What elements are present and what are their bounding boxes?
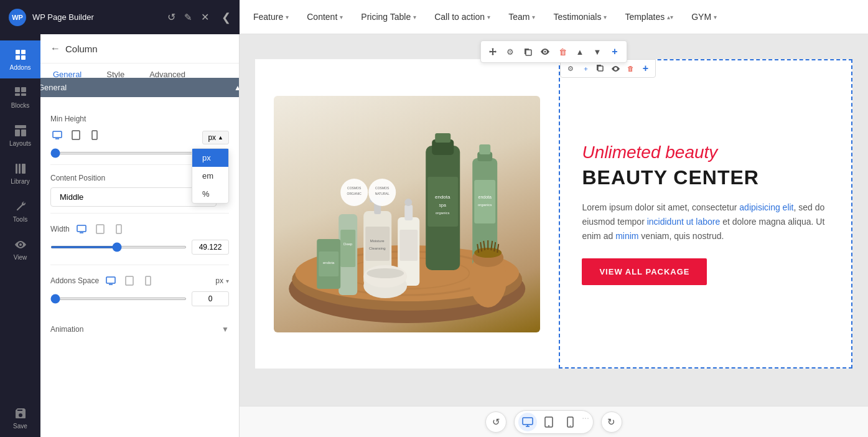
toolbar-delete-btn[interactable]: 🗑 [554,44,571,60]
pricing-chevron: ▾ [413,14,416,21]
toolbar-visibility-btn[interactable] [537,44,553,60]
svg-rect-6 [15,93,20,96]
toolbar-down-btn[interactable]: ▼ [589,44,605,60]
back-button[interactable]: ← [50,43,60,54]
svg-rect-5 [21,87,26,92]
cta-chevron: ▾ [487,14,490,21]
animation-section: Animation ▼ [40,316,239,342]
width-slider[interactable] [50,246,187,248]
ct-eye-btn[interactable] [609,62,622,75]
width-field: Width [40,214,239,265]
svg-text:Moisture: Moisture [370,239,385,243]
ct-copy-btn[interactable] [594,62,607,75]
edit-icon[interactable]: ✎ [184,12,192,23]
view-label: View [14,254,27,261]
sidebar-item-blocks[interactable]: Blocks [0,78,40,116]
svg-rect-3 [21,55,26,60]
ct-plus-btn[interactable]: + [638,62,652,75]
width-input[interactable]: 49.122 [192,240,229,255]
width-range-row: 49.122 [50,240,229,255]
nav-content[interactable]: Content ▾ [298,0,352,34]
toolbar-copy-btn[interactable] [520,44,536,60]
unit-popup: px em % [192,148,229,204]
device-desktop-mh[interactable] [50,128,64,142]
nav-gym[interactable]: GYM ▾ [683,0,726,34]
svg-rect-53 [365,227,390,261]
toolbar-settings-btn[interactable]: ⚙ [502,44,518,60]
animation-header[interactable]: Animation ▼ [50,325,229,334]
redo-button[interactable]: ↻ [601,411,622,433]
unit-button-mh[interactable]: px ▲ [202,131,229,144]
nav-feature[interactable]: Feature ▾ [245,0,298,34]
device-tablet-mh[interactable] [69,128,83,142]
col-image: endota spa organics endota organics [255,59,559,369]
ct-gear-btn[interactable]: ⚙ [564,62,577,75]
device-mobile-btn[interactable] [561,413,579,431]
addons-space-unit-toggle[interactable]: ▾ [226,278,229,284]
save-icon [14,406,27,420]
svg-rect-15 [53,131,62,138]
nav-testimonials[interactable]: Testimonials ▾ [544,0,616,34]
unit-dropdown-mh[interactable]: px ▲ px em % [202,131,229,144]
body-link-1[interactable]: adipisicing elit [739,202,793,212]
addons-space-input[interactable]: 0 [192,291,229,306]
canvas: endota spa organics endota organics [240,34,868,406]
sidebar-item-view[interactable]: View [0,230,40,268]
toolbar-up-btn[interactable]: ▲ [572,44,588,60]
nav-cta[interactable]: Call to action ▾ [426,0,500,34]
addons-space-field: Addons Space [40,265,239,316]
sidebar-item-addons[interactable]: Addons [0,40,40,78]
section-general-header[interactable]: General ▲ [40,78,240,97]
addons-space-slider[interactable] [50,298,187,300]
addons-space-range-row: 0 [50,291,229,306]
section-chevron: ▲ [234,83,240,92]
unit-percent[interactable]: % [192,185,228,203]
svg-rect-18 [92,131,97,139]
svg-text:Cleansing: Cleansing [369,247,386,250]
device-tablet-w[interactable] [93,222,107,236]
toolbar-move-btn[interactable] [485,44,501,60]
undo-button[interactable]: ↺ [485,411,506,433]
device-tablet-btn[interactable] [539,413,558,431]
device-mobile-mh[interactable] [88,128,101,142]
panel-header: ← Column [40,34,239,63]
refresh-icon[interactable]: ↺ [167,11,175,23]
unit-px[interactable]: px [192,149,228,167]
sidebar-item-library[interactable]: Library [0,154,40,192]
feature-chevron: ▾ [286,14,289,21]
layouts-label: Layouts [9,140,31,147]
nav-team[interactable]: Team ▾ [500,0,544,34]
close-icon[interactable]: ✕ [201,11,209,23]
svg-rect-21 [96,225,104,233]
toolbar-more-btn[interactable]: + [607,44,623,60]
device-tablet-as[interactable] [123,274,136,288]
sidebar-item-save[interactable]: Save [0,399,40,437]
unit-em[interactable]: em [192,167,228,185]
device-mobile-w[interactable] [112,222,126,236]
sidebar-item-tools[interactable]: Tools [0,192,40,230]
tools-icon [14,200,27,214]
content-chevron: ▾ [340,14,343,21]
device-desktop-w[interactable] [75,222,88,236]
bottom-bar: ↺ ··· ↻ [240,406,868,437]
nav-pricing[interactable]: Pricing Table ▾ [352,0,426,34]
team-chevron: ▾ [532,14,535,21]
cta-button[interactable]: VIEW ALL PACKAGE [582,258,707,285]
svg-text:spa: spa [439,203,446,208]
svg-point-28 [544,51,546,53]
ct-add-btn[interactable]: ＋ [579,62,592,75]
svg-rect-10 [21,129,26,136]
device-desktop-as[interactable] [104,274,118,288]
device-mobile-as[interactable] [141,274,155,288]
body-link-2[interactable]: incididunt ut labore [647,217,721,227]
body-link-3[interactable]: minim [615,231,638,241]
nav-templates[interactable]: Templates ▴▾ [616,0,683,34]
headline-bold: BEAUTY CENTER [582,166,829,189]
sidebar-item-layouts[interactable]: Layouts [0,116,40,154]
save-label: Save [13,423,27,430]
collapse-icon[interactable]: ❮ [222,11,231,24]
device-desktop-btn[interactable] [518,413,537,431]
min-height-device-icons [50,128,101,142]
ct-delete-btn[interactable]: 🗑 [623,62,637,75]
svg-rect-36 [435,133,450,143]
